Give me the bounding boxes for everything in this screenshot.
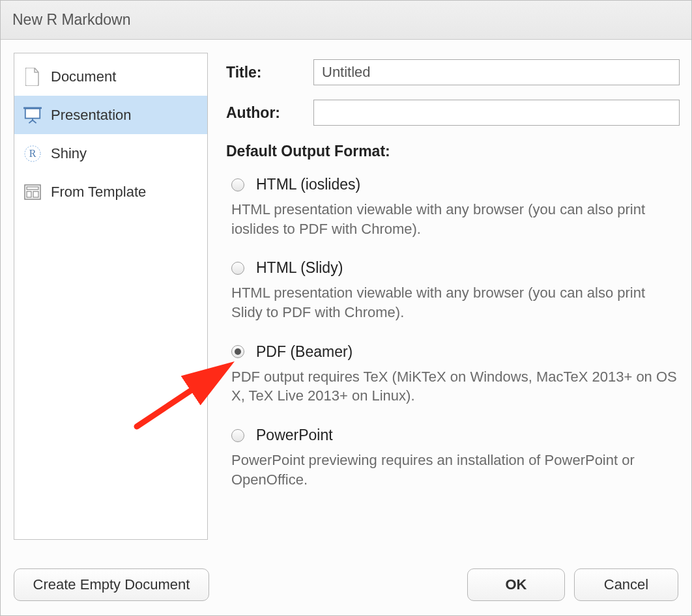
svg-line-3 [29, 120, 33, 123]
new-rmarkdown-dialog: New R Markdown Document [0, 0, 692, 616]
format-description: HTML presentation viewable with any brow… [231, 283, 680, 322]
author-row: Author: [226, 100, 680, 126]
sidebar-item-document[interactable]: Document [14, 57, 207, 96]
format-option-beamer: PDF (Beamer) PDF output requires TeX (Mi… [226, 343, 680, 406]
presentation-icon [23, 106, 42, 124]
title-row: Title: [226, 59, 680, 85]
dialog-titlebar: New R Markdown [1, 1, 691, 40]
format-title: HTML (Slidy) [256, 259, 343, 277]
cancel-button[interactable]: Cancel [574, 568, 678, 601]
format-description: HTML presentation viewable with any brow… [231, 200, 680, 238]
svg-text:R: R [29, 148, 36, 159]
main-panel: Title: Author: Default Output Format: HT… [226, 53, 680, 558]
sidebar-item-presentation[interactable]: Presentation [14, 96, 207, 134]
svg-rect-0 [25, 108, 40, 118]
sidebar-item-label: Presentation [51, 107, 132, 124]
template-icon [23, 183, 42, 201]
radio-ioslides[interactable] [231, 178, 244, 191]
sidebar-item-label: Document [51, 68, 116, 85]
output-format-label: Default Output Format: [226, 143, 680, 160]
format-title: PDF (Beamer) [256, 343, 353, 361]
dialog-footer: Create Empty Document OK Cancel [1, 565, 691, 615]
title-label: Title: [226, 64, 298, 81]
radio-beamer[interactable] [231, 345, 244, 358]
title-input[interactable] [313, 59, 680, 85]
format-description: PDF output requires TeX (MiKTeX on Windo… [231, 367, 680, 406]
radio-slidy[interactable] [231, 262, 244, 275]
format-description: PowerPoint previewing requires an instal… [231, 451, 680, 489]
sidebar: Document Presentation [14, 53, 208, 540]
dialog-content: Document Presentation [1, 40, 691, 565]
format-option-powerpoint: PowerPoint PowerPoint previewing require… [226, 427, 680, 489]
document-icon [23, 68, 42, 86]
format-option-slidy: HTML (Slidy) HTML presentation viewable … [226, 259, 680, 322]
sidebar-item-shiny[interactable]: R Shiny [14, 134, 207, 173]
sidebar-item-from-template[interactable]: From Template [14, 173, 207, 211]
radio-powerpoint[interactable] [231, 429, 244, 442]
svg-line-4 [33, 120, 36, 123]
sidebar-item-label: From Template [51, 184, 146, 201]
ok-button[interactable]: OK [467, 568, 565, 601]
format-title: PowerPoint [256, 427, 333, 444]
format-option-ioslides: HTML (ioslides) HTML presentation viewab… [226, 176, 680, 238]
format-title: HTML (ioslides) [256, 176, 360, 193]
dialog-title: New R Markdown [12, 11, 131, 29]
author-label: Author: [226, 104, 298, 122]
author-input[interactable] [313, 100, 680, 126]
shiny-icon: R [23, 145, 42, 163]
sidebar-item-label: Shiny [51, 145, 87, 162]
create-empty-document-button[interactable]: Create Empty Document [14, 568, 209, 601]
